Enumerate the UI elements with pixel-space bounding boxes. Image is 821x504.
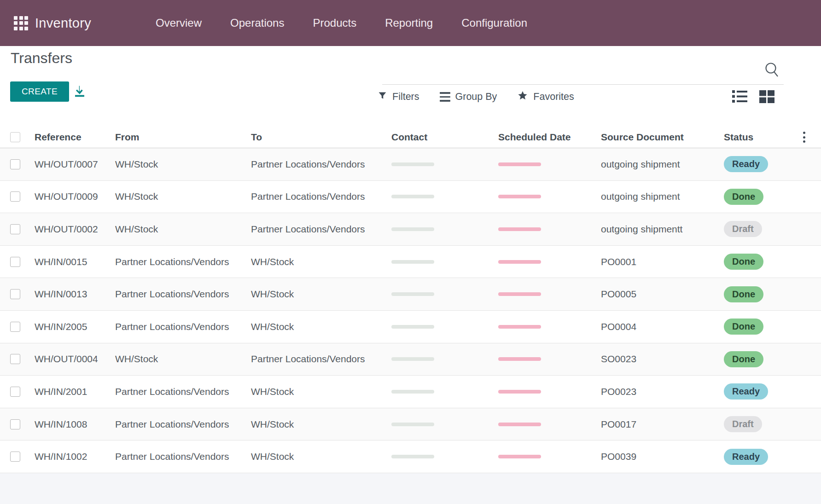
nav-item-operations[interactable]: Operations (230, 17, 284, 29)
status-badge: Done (724, 286, 763, 302)
cell-scheduled-date-redacted (498, 195, 541, 198)
cell-contact-redacted (391, 227, 434, 231)
app-name[interactable]: Inventory (35, 16, 91, 31)
table-row[interactable]: WH/IN/1002Partner Locations/VendorsWH/St… (0, 440, 821, 473)
row-checkbox[interactable] (10, 354, 20, 364)
filters-button[interactable]: Filters (378, 91, 419, 103)
app-switcher[interactable]: Inventory (14, 16, 91, 31)
cell-reference: WH/IN/2005 (35, 321, 115, 332)
table-row[interactable]: WH/OUT/0002WH/StockPartner Locations/Ven… (0, 213, 821, 246)
search-input[interactable] (382, 62, 751, 82)
favorites-label: Favorites (533, 91, 574, 103)
column-header-scheduled-date[interactable]: Scheduled Date (498, 132, 601, 143)
cell-contact-redacted (391, 195, 434, 198)
nav-item-overview[interactable]: Overview (156, 17, 202, 29)
table-row[interactable]: WH/IN/0015Partner Locations/VendorsWH/St… (0, 246, 821, 278)
cell-reference: WH/IN/2001 (35, 386, 115, 397)
cell-contact-redacted (391, 325, 434, 329)
cell-from: WH/Stock (115, 191, 251, 202)
row-checkbox[interactable] (10, 224, 20, 234)
cell-reference: WH/IN/1008 (35, 419, 115, 430)
kebab-icon[interactable] (801, 130, 807, 145)
list-view-button[interactable] (731, 89, 748, 104)
cell-reference: WH/IN/1002 (35, 451, 115, 462)
row-checkbox[interactable] (10, 289, 20, 299)
nav-item-reporting[interactable]: Reporting (385, 17, 433, 29)
cell-reference: WH/OUT/0004 (35, 353, 115, 365)
table-row[interactable]: WH/IN/2001Partner Locations/VendorsWH/St… (0, 376, 821, 408)
apps-grid-icon[interactable] (14, 16, 28, 30)
group-by-button[interactable]: Group By (440, 91, 497, 103)
cell-to: WH/Stock (251, 256, 391, 267)
create-button[interactable]: CREATE (10, 81, 69, 102)
cell-to: Partner Locations/Vendors (251, 224, 391, 235)
column-header-contact[interactable]: Contact (391, 132, 498, 143)
table-row[interactable]: WH/IN/0013Partner Locations/VendorsWH/St… (0, 278, 821, 311)
transfers-list: Reference From To Contact Scheduled Date… (0, 127, 821, 473)
funnel-icon (378, 91, 387, 103)
cell-source-document: PO0023 (601, 386, 724, 397)
row-checkbox[interactable] (10, 322, 20, 332)
cell-source-document: PO0004 (601, 321, 724, 332)
cell-reference: WH/OUT/0009 (35, 191, 115, 202)
nav-item-products[interactable]: Products (313, 17, 356, 29)
view-switcher (731, 89, 775, 104)
table-row[interactable]: WH/OUT/0004WH/StockPartner Locations/Ven… (0, 343, 821, 376)
group-by-label: Group By (455, 91, 497, 103)
favorites-button[interactable]: Favorites (517, 90, 574, 104)
cell-contact-redacted (391, 162, 434, 166)
control-panel: Transfers CREATE Filters Group By (0, 46, 821, 127)
row-checkbox[interactable] (10, 419, 20, 429)
cell-contact-redacted (391, 455, 434, 458)
cell-source-document: PO0017 (601, 419, 724, 430)
status-badge: Done (724, 189, 763, 205)
select-all-checkbox[interactable] (10, 132, 20, 142)
cell-contact-redacted (391, 260, 434, 264)
column-header-from[interactable]: From (115, 132, 251, 143)
column-header-to[interactable]: To (251, 132, 391, 143)
row-checkbox[interactable] (10, 257, 20, 267)
cell-contact-redacted (391, 390, 434, 394)
filters-label: Filters (392, 91, 419, 103)
cell-from: WH/Stock (115, 353, 251, 365)
search-options: Filters Group By Favorites (378, 90, 574, 104)
column-header-source-document[interactable]: Source Document (601, 132, 724, 143)
table-row[interactable]: WH/OUT/0007WH/StockPartner Locations/Ven… (0, 148, 821, 181)
search-box (382, 46, 784, 85)
magnifier-icon[interactable] (763, 61, 781, 81)
status-badge: Ready (724, 156, 768, 172)
row-checkbox[interactable] (10, 191, 20, 202)
row-checkbox[interactable] (10, 452, 20, 462)
page-title: Transfers (11, 50, 72, 67)
cell-reference: WH/IN/0015 (35, 256, 115, 267)
row-checkbox[interactable] (10, 387, 20, 397)
cell-to: WH/Stock (251, 386, 391, 397)
cell-source-document: outgoing shipmentt (601, 224, 724, 235)
export-button[interactable] (73, 85, 87, 100)
cell-to: WH/Stock (251, 321, 391, 332)
cell-reference: WH/IN/0013 (35, 289, 115, 300)
footer-space (0, 473, 821, 504)
cell-scheduled-date-redacted (498, 423, 541, 426)
table-row[interactable]: WH/OUT/0009WH/StockPartner Locations/Ven… (0, 181, 821, 214)
cell-source-document: PO0001 (601, 256, 724, 267)
cell-source-document: outgoing shipment (601, 159, 724, 170)
kanban-icon (758, 97, 775, 105)
cell-to: WH/Stock (251, 289, 391, 300)
cell-from: WH/Stock (115, 224, 251, 235)
cell-reference: WH/OUT/0007 (35, 159, 115, 170)
cell-reference: WH/OUT/0002 (35, 224, 115, 235)
kanban-view-button[interactable] (758, 89, 775, 104)
nav-item-configuration[interactable]: Configuration (461, 17, 527, 29)
row-checkbox[interactable] (10, 159, 20, 169)
cell-scheduled-date-redacted (498, 162, 541, 166)
cell-to: Partner Locations/Vendors (251, 159, 391, 170)
table-row[interactable]: WH/IN/2005Partner Locations/VendorsWH/St… (0, 311, 821, 343)
table-row[interactable]: WH/IN/1008Partner Locations/VendorsWH/St… (0, 408, 821, 441)
column-header-reference[interactable]: Reference (35, 132, 115, 143)
cell-from: Partner Locations/Vendors (115, 419, 251, 430)
table-body: WH/OUT/0007WH/StockPartner Locations/Ven… (0, 148, 821, 473)
cell-from: Partner Locations/Vendors (115, 386, 251, 397)
main-menu: Overview Operations Products Reporting C… (156, 17, 527, 29)
cell-scheduled-date-redacted (498, 325, 541, 329)
